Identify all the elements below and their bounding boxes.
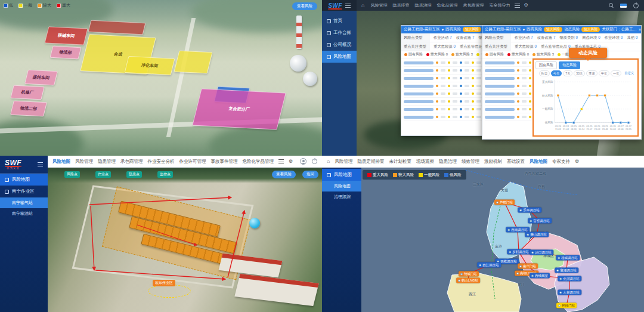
map-point-chip[interactable]: 隐患点: [126, 171, 142, 178]
map-point-chip[interactable]: 监控点: [157, 171, 173, 178]
chart-range-button[interactable]: 一年: [611, 70, 621, 76]
info-cell-value[interactable]: 0: [621, 35, 623, 39]
chart-range-button[interactable]: 今天: [551, 70, 562, 76]
nav-item[interactable]: 作业安全分析: [148, 159, 175, 165]
sidebar-item-area[interactable]: 南宁作业区: [0, 186, 48, 197]
sidebar-item[interactable]: 首页: [322, 15, 357, 27]
nav-item[interactable]: 隐患排查: [392, 2, 409, 8]
station-label[interactable]: 北滘调压站: [558, 276, 581, 282]
more-menu-icon[interactable]: [515, 4, 520, 8]
risk-list-row[interactable]: [485, 113, 531, 121]
chart-range-button[interactable]: 季度: [586, 70, 597, 76]
work-zone-label[interactable]: 装卸作业区: [153, 280, 175, 286]
nav-item[interactable]: 承包商管理: [120, 159, 143, 165]
station-label[interactable]: 黎涌调压站: [555, 268, 578, 273]
info-cell-value[interactable]: 0: [598, 35, 600, 39]
sidebar-group-risk-map[interactable]: 风险地图: [0, 174, 48, 186]
info-cell-value[interactable]: 0: [453, 44, 456, 48]
nav-item[interactable]: 作业许可管理: [179, 159, 206, 165]
nav-item[interactable]: 专家支持: [552, 159, 570, 165]
home-icon[interactable]: ⌂: [327, 159, 330, 164]
caret-down-icon[interactable]: ▾: [523, 27, 525, 32]
risk-list-row[interactable]: [485, 75, 531, 82]
gear-icon[interactable]: ⚙: [575, 159, 579, 164]
view-risk-button[interactable]: 查看风险: [292, 2, 317, 10]
info-cell-value[interactable]: 7: [450, 35, 452, 39]
map-button[interactable]: 查看风险: [272, 171, 296, 178]
sidebar-item[interactable]: 治理跟踪: [322, 191, 361, 202]
close-icon[interactable]: ×: [639, 27, 641, 32]
nav-item[interactable]: 隐患治理: [414, 2, 431, 8]
chart-range-button[interactable]: 自定义: [623, 70, 636, 76]
nav-item[interactable]: 风险地图: [530, 159, 547, 165]
nav-item[interactable]: 现场观察: [416, 159, 434, 165]
station-label[interactable]: 南庄门站: [518, 264, 538, 269]
chart-range-button[interactable]: 昨日: [539, 70, 550, 76]
avatar-icon[interactable]: [300, 158, 306, 165]
nav-item[interactable]: 隐患管理: [98, 159, 116, 165]
station-label[interactable]: 容桂门站: [556, 303, 577, 308]
language-icon[interactable]: [620, 4, 627, 8]
home-icon[interactable]: ⌂: [361, 3, 364, 8]
info-cell-value[interactable]: 7: [472, 35, 475, 39]
station-label[interactable]: 狮山调压站: [525, 232, 549, 237]
info-cell-value[interactable]: 7: [531, 35, 533, 39]
nav-item[interactable]: 隐患治理: [439, 159, 457, 165]
window-title[interactable]: 公路工程段-装卸车区: [404, 27, 440, 32]
station-label[interactable]: 鹤山LNG站: [456, 278, 480, 283]
nav-item[interactable]: 未计划检查: [389, 159, 411, 165]
nav-item[interactable]: 事故事件管理: [211, 159, 238, 165]
caret-down-icon[interactable]: ▾: [442, 27, 444, 32]
nav-item[interactable]: 风险管理: [75, 159, 93, 165]
nav-item[interactable]: 风险地图: [52, 159, 70, 165]
nav-item[interactable]: 激励机制: [484, 159, 502, 165]
risk-list-row[interactable]: [485, 106, 531, 113]
risk-list-row[interactable]: [485, 67, 531, 75]
sidebar-item[interactable]: 公司概况: [322, 39, 357, 51]
search-icon[interactable]: [609, 3, 614, 8]
nav-item[interactable]: 隐患定期排查: [357, 159, 384, 165]
risk-list-row[interactable]: [485, 90, 531, 98]
sidebar-item[interactable]: 风险地图: [322, 51, 357, 63]
station-label[interactable]: 罗村调压站: [507, 249, 531, 255]
sidebar-item-station[interactable]: 南宁输油站: [0, 208, 48, 219]
nav-item[interactable]: 危险化学品管理: [243, 159, 274, 165]
station-label[interactable]: 官窑调压站: [528, 218, 552, 224]
info-cell-value[interactable]: 7: [553, 35, 556, 39]
sidebar-collapse-icon[interactable]: [38, 162, 43, 166]
info-cell-value[interactable]: 0: [576, 35, 578, 39]
gear-icon[interactable]: ⚙: [289, 159, 293, 164]
gear-icon[interactable]: ⚙: [524, 3, 528, 8]
nav-item[interactable]: 基础设置: [507, 159, 525, 165]
chart-tab[interactable]: 固有风险: [535, 61, 557, 69]
nav-item[interactable]: 承包商管理: [463, 2, 484, 8]
station-label[interactable]: 西线阀室: [530, 273, 550, 279]
nav-item[interactable]: 危化品管理: [436, 2, 457, 8]
risk-list-row[interactable]: [485, 59, 531, 67]
map-point-chip[interactable]: 风险点: [64, 171, 80, 178]
map-point-chip[interactable]: 作业点: [95, 171, 111, 178]
station-label[interactable]: 乐平调压站: [518, 208, 541, 213]
chart-tab[interactable]: 动态风险: [559, 61, 580, 69]
info-cell-value[interactable]: 0: [636, 35, 638, 39]
station-label[interactable]: 沙口调压站: [530, 250, 553, 255]
risk-list-row[interactable]: [485, 82, 531, 90]
sidebar-item[interactable]: 风险地图: [322, 169, 361, 181]
risk-list-row[interactable]: [485, 98, 531, 106]
station-label[interactable]: 大良调压站: [558, 290, 581, 295]
chart-range-button[interactable]: 半年: [599, 70, 609, 76]
nav-item[interactable]: 风险管理: [335, 159, 352, 165]
nav-item[interactable]: 绩效管理: [462, 159, 479, 165]
sidebar-item[interactable]: 风险地图: [322, 181, 361, 191]
map-button[interactable]: 返回: [302, 171, 318, 178]
station-label[interactable]: 明城门站: [459, 271, 479, 277]
sidebar-item-station[interactable]: 南宁输气站: [0, 197, 48, 208]
sidebar-item[interactable]: 工作台账: [322, 27, 357, 39]
nav-item[interactable]: 风险管理: [370, 2, 387, 8]
chart-range-button[interactable]: 7天: [563, 70, 572, 76]
nav-item[interactable]: 安全领导力: [489, 2, 510, 8]
station-label[interactable]: 芦苞门站: [494, 200, 515, 205]
power-icon[interactable]: [633, 3, 639, 8]
chart-range-button[interactable]: 30天: [574, 70, 585, 76]
station-label[interactable]: 桂城调压站: [556, 255, 580, 261]
